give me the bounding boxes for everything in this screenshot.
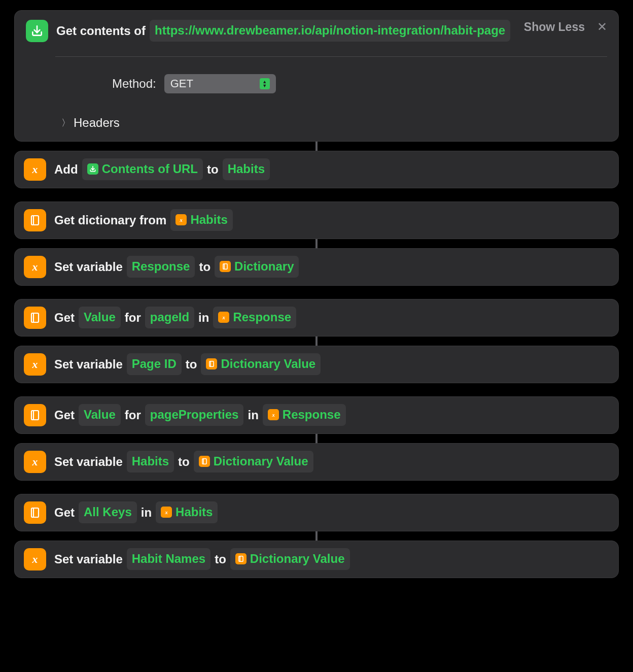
connector xyxy=(14,531,619,541)
variable-x-icon: x xyxy=(24,158,46,181)
pageproperties-token[interactable]: pageProperties xyxy=(145,404,244,426)
dictionary-icon xyxy=(24,307,46,329)
word-in: in xyxy=(198,309,209,327)
dictionary-icon xyxy=(206,358,217,369)
connector xyxy=(14,337,619,346)
response-token[interactable]: x Response xyxy=(213,307,296,328)
svg-rect-9 xyxy=(31,411,39,420)
value-token[interactable]: Value xyxy=(79,307,121,328)
svg-text:x: x xyxy=(271,412,274,418)
svg-rect-1 xyxy=(31,216,39,225)
svg-rect-12 xyxy=(202,459,206,464)
pageid-token[interactable]: Page ID xyxy=(127,353,182,375)
connector xyxy=(14,434,619,443)
action-prefix-text: Set variable xyxy=(54,550,123,568)
action-title: Set variable Habits to Dictionary Value xyxy=(54,451,609,473)
action-prefix-text: Get dictionary from xyxy=(54,211,166,229)
svg-rect-16 xyxy=(239,556,243,562)
svg-text:x: x xyxy=(32,358,38,371)
svg-rect-8 xyxy=(209,361,214,367)
dictionary-value-token[interactable]: Dictionary Value xyxy=(194,451,313,473)
dictionary-value-token[interactable]: Dictionary Value xyxy=(201,353,321,375)
svg-text:x: x xyxy=(222,315,225,320)
dictionary-icon xyxy=(220,261,231,272)
variable-x-icon: x xyxy=(24,353,46,376)
habits-token[interactable]: x Habits xyxy=(170,209,232,231)
action-title: Set variable Habit Names to Dictionary V… xyxy=(54,548,609,570)
dictionary-icon xyxy=(24,404,46,426)
variable-x-icon: x xyxy=(24,256,46,278)
variable-x-icon: x xyxy=(24,451,46,473)
action-get-dictionary[interactable]: Get dictionary from x Habits xyxy=(14,201,619,239)
word-add: Add xyxy=(54,160,78,179)
action-get-contents-of-url[interactable]: Get contents of https://www.drewbeamer.i… xyxy=(14,10,619,142)
variable-x-icon: x xyxy=(175,214,187,225)
show-less-button[interactable]: Show Less xyxy=(524,20,585,34)
dictionary-token[interactable]: Dictionary xyxy=(215,256,299,278)
action-get-all-keys[interactable]: Get All Keys in x Habits xyxy=(14,494,619,531)
svg-text:x: x xyxy=(164,510,167,515)
action-header-row: Get contents of https://www.drewbeamer.i… xyxy=(26,20,607,42)
value-token[interactable]: Value xyxy=(79,404,121,426)
svg-rect-5 xyxy=(31,313,39,322)
action-set-variable-pageid[interactable]: x Set variable Page ID to Dictionary Val… xyxy=(14,346,619,383)
download-icon xyxy=(26,20,48,42)
action-title: Get Value for pageId in x Response xyxy=(54,307,609,328)
action-title: Set variable Response to Dictionary xyxy=(54,256,609,278)
svg-rect-13 xyxy=(31,508,39,517)
chevron-right-icon: 〉 xyxy=(61,117,71,129)
variable-x-icon: x xyxy=(24,548,46,570)
headers-expander[interactable]: 〉 Headers xyxy=(61,116,607,130)
action-prefix-text: Get contents of xyxy=(56,22,146,40)
dictionary-icon xyxy=(199,456,210,467)
word-for: for xyxy=(125,309,141,327)
action-set-variable-response[interactable]: x Set variable Response to Dictionary xyxy=(14,248,619,286)
action-title: Get All Keys in x Habits xyxy=(54,501,609,523)
action-title: Add Contents of URL to Habits xyxy=(54,158,609,180)
habit-names-token[interactable]: Habit Names xyxy=(127,548,210,570)
word-to: to xyxy=(207,160,219,179)
response-token[interactable]: x Response xyxy=(263,404,346,426)
dictionary-value-token[interactable]: Dictionary Value xyxy=(230,548,350,570)
variable-x-icon: x xyxy=(161,507,172,518)
action-get-value-pageid[interactable]: Get Value for pageId in x Response xyxy=(14,299,619,337)
close-icon[interactable]: ✕ xyxy=(597,20,607,34)
word-get: Get xyxy=(54,503,75,522)
word-to: to xyxy=(215,550,226,568)
method-value: GET xyxy=(170,77,193,90)
action-set-variable-habit-names[interactable]: x Set variable Habit Names to Dictionary… xyxy=(14,541,619,578)
all-keys-token[interactable]: All Keys xyxy=(79,501,137,523)
response-token[interactable]: Response xyxy=(127,256,195,278)
action-prefix-text: Set variable xyxy=(54,453,123,471)
word-in: in xyxy=(248,406,258,424)
variable-x-icon: x xyxy=(218,312,229,323)
action-get-value-pageproperties[interactable]: Get Value for pageProperties in x Respon… xyxy=(14,396,619,434)
habits-token[interactable]: x Habits xyxy=(156,501,218,523)
dictionary-icon xyxy=(24,501,46,524)
method-select[interactable]: GET ▲▼ xyxy=(164,74,276,93)
method-label: Method: xyxy=(112,77,156,91)
action-title: Get contents of https://www.drewbeamer.i… xyxy=(56,20,516,42)
svg-text:x: x xyxy=(32,553,38,565)
pageid-token[interactable]: pageId xyxy=(145,307,194,328)
variable-x-icon: x xyxy=(268,409,279,420)
download-icon xyxy=(87,163,98,175)
dictionary-icon xyxy=(235,553,247,564)
card-controls: Show Less ✕ xyxy=(524,20,607,34)
action-title: Get dictionary from x Habits xyxy=(54,209,609,231)
url-token[interactable]: https://www.drewbeamer.io/api/notion-int… xyxy=(150,20,510,42)
chevron-up-down-icon: ▲▼ xyxy=(260,78,270,89)
action-title: Get Value for pageProperties in x Respon… xyxy=(54,404,609,426)
word-to: to xyxy=(186,355,197,374)
word-for: for xyxy=(125,406,141,424)
action-prefix-text: Set variable xyxy=(54,258,123,276)
habits-token[interactable]: Habits xyxy=(127,451,174,473)
action-add-to-variable[interactable]: x Add Contents of URL to Habits xyxy=(14,151,619,188)
word-get: Get xyxy=(54,309,75,327)
word-get: Get xyxy=(54,406,75,424)
contents-of-url-token[interactable]: Contents of URL xyxy=(82,158,203,180)
action-set-variable-habits[interactable]: x Set variable Habits to Dictionary Valu… xyxy=(14,443,619,481)
habits-token[interactable]: Habits xyxy=(223,158,270,180)
connector xyxy=(14,142,619,151)
action-prefix-text: Set variable xyxy=(54,355,123,374)
